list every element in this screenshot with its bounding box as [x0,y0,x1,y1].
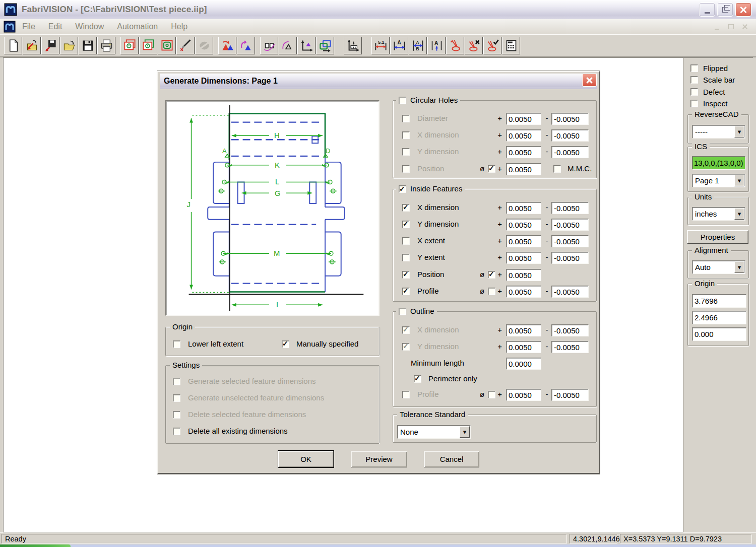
dimension-all-button[interactable]: AB [409,37,427,54]
origin-y-field[interactable] [692,311,746,324]
if-ye-plus-field[interactable] [506,252,541,264]
ok-button[interactable]: OK [278,451,334,467]
ch-position-checkbox[interactable] [402,165,410,173]
properties-button[interactable]: Properties [687,230,748,244]
copy-shape-button[interactable] [316,37,334,54]
if-x-extent-checkbox[interactable] [402,237,410,245]
if-y-extent-checkbox[interactable] [402,254,410,261]
chevron-down-icon[interactable] [734,126,744,138]
generate-selected-checkbox[interactable] [173,378,180,385]
dimension-auto-button[interactable]: A [390,37,408,54]
close-contour-button[interactable] [279,37,297,54]
if-x-minus-field[interactable] [551,202,589,214]
menu-file[interactable]: File [16,22,42,31]
chevron-down-icon[interactable] [460,426,470,438]
manually-specified-checkbox[interactable] [282,340,289,348]
if-x-plus-field[interactable] [506,202,541,214]
preview-button[interactable]: Preview [351,451,407,467]
dimension-vertical-button[interactable]: A [427,37,446,54]
menu-window[interactable]: Window [69,22,110,31]
ol-profile-plus-field[interactable] [506,389,541,401]
spotlight-reject-button[interactable] [465,37,483,54]
if-ye-minus-field[interactable] [551,252,589,264]
if-xe-minus-field[interactable] [551,235,589,247]
ch-x-plus-field[interactable] [506,129,541,142]
menu-automation[interactable]: Automation [110,22,164,31]
spotlight-accept-button[interactable] [483,37,501,54]
mmc-checkbox[interactable] [553,165,561,173]
if-profile-checkbox[interactable] [402,288,410,295]
rotate-shape-button[interactable] [237,37,255,54]
generate-unselected-checkbox[interactable] [173,394,180,402]
print-button[interactable] [97,37,115,54]
report-table-button[interactable] [502,37,520,54]
scale-bar-checkbox[interactable] [690,76,698,84]
new-document-button[interactable] [4,37,22,54]
minimum-length-field[interactable] [506,358,541,370]
dimension-linear-button[interactable]: 5.1 [371,37,390,54]
delete-selected-checkbox[interactable] [173,411,180,419]
open-file-button[interactable] [60,37,78,54]
lower-left-extent-checkbox[interactable] [173,340,180,348]
import-file-button[interactable] [23,37,41,54]
if-xe-plus-field[interactable] [506,235,541,247]
chevron-down-icon[interactable] [734,208,744,220]
save-button[interactable] [79,37,97,54]
start-button-fragment[interactable] [0,544,71,547]
diameter-minus-field[interactable] [551,113,589,125]
ch-position-plus-field[interactable] [506,163,541,175]
origin-x-field[interactable] [692,294,746,308]
acquire-single-button[interactable] [158,37,176,54]
ol-profile-checkbox[interactable] [402,391,410,398]
inspect-checkbox[interactable] [690,100,698,107]
if-y-minus-field[interactable] [551,219,589,231]
knife-tool-button[interactable] [176,37,195,54]
acquire-green-stack-button[interactable] [139,37,157,54]
tolerance-standard-select[interactable]: None [397,425,471,439]
reversecad-select[interactable]: ----- [692,125,745,139]
flipped-checkbox[interactable] [690,64,698,72]
ol-profile-minus-field[interactable] [551,389,589,401]
ol-x-minus-field[interactable] [551,324,589,336]
align-axes-button[interactable] [297,37,316,54]
outline-checkbox[interactable] [399,308,406,315]
export-file-button[interactable] [41,37,59,54]
restore-button[interactable] [717,3,733,17]
cancel-button[interactable]: Cancel [424,451,479,467]
origin-z-field[interactable] [692,327,746,341]
diameter-checkbox[interactable] [402,115,410,122]
perimeter-only-checkbox[interactable] [414,375,421,383]
chevron-down-icon[interactable] [734,261,744,273]
ol-y-dimension-checkbox[interactable] [402,343,410,351]
merge-shapes-button[interactable] [218,37,236,54]
ch-x-minus-field[interactable] [551,129,589,142]
delete-all-dimensions-checkbox[interactable] [173,428,180,435]
ch-y-minus-field[interactable] [551,146,589,158]
circular-holes-checkbox[interactable] [399,97,406,104]
if-x-dimension-checkbox[interactable] [402,204,410,212]
if-profile-minus-field[interactable] [551,286,589,298]
defect-checkbox[interactable] [690,88,698,96]
ch-y-plus-field[interactable] [506,146,541,158]
ol-y-minus-field[interactable] [551,341,589,353]
ch-y-dimension-checkbox[interactable] [402,148,410,156]
close-button[interactable] [735,3,751,17]
dialog-close-button[interactable] [582,74,597,87]
diameter-plus-field[interactable] [506,113,541,125]
if-position-checkbox[interactable] [402,271,410,279]
menu-edit[interactable]: Edit [42,22,69,31]
if-profile-plus-field[interactable] [506,286,541,298]
if-y-dimension-checkbox[interactable] [402,221,410,228]
ics-page-select[interactable]: Page 1 [692,174,745,187]
acquire-image-stack-button[interactable] [120,37,139,54]
join-segments-button[interactable] [260,37,278,54]
ol-x-dimension-checkbox[interactable] [402,326,410,334]
ch-x-dimension-checkbox[interactable] [402,131,410,139]
ol-y-plus-field[interactable] [506,341,541,353]
if-y-plus-field[interactable] [506,219,541,231]
if-position-plus-field[interactable] [506,269,541,281]
alignment-select[interactable]: Auto [692,260,745,274]
chevron-down-icon[interactable] [734,175,744,186]
measure-axes-button[interactable] [344,37,362,54]
ol-x-plus-field[interactable] [506,324,541,336]
